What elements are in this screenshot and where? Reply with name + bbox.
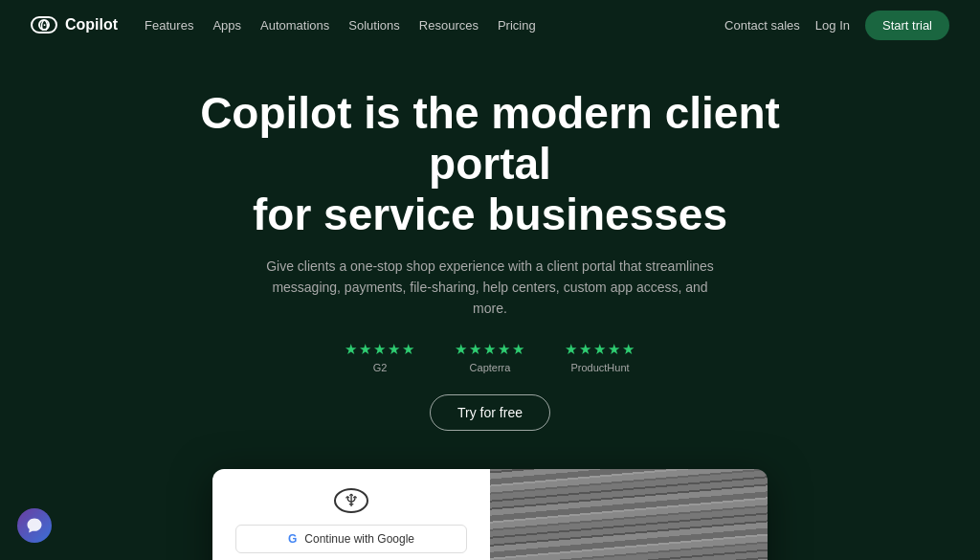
hero-subtext: Give clients a one-stop shop experience … <box>260 256 720 320</box>
login-form: ♆ G Continue with Google OR Email Email … <box>212 469 490 560</box>
rating-producthunt: ★★★★★ ProductHunt <box>565 341 636 373</box>
logo[interactable]: (·) Copilot <box>31 16 118 34</box>
hero-heading: Copilot is the modern client portal for … <box>155 88 825 240</box>
panel-card: ♆ G Continue with Google OR Email Email … <box>212 469 768 560</box>
nav-features[interactable]: Features <box>145 18 193 33</box>
capterra-stars: ★★★★★ <box>455 341 526 358</box>
nav-left: (·) Copilot Features Apps Automations So… <box>31 16 536 34</box>
google-icon: G <box>288 532 297 546</box>
producthunt-label: ProductHunt <box>570 362 629 373</box>
nav-links: Features Apps Automations Solutions Reso… <box>145 16 536 34</box>
google-signin-button[interactable]: G Continue with Google <box>235 525 467 553</box>
rating-capterra: ★★★★★ Capterra <box>455 341 526 373</box>
bottom-panel: ♆ G Continue with Google OR Email Email … <box>0 469 980 560</box>
bottom-left-chat-icon[interactable] <box>17 508 52 543</box>
g2-stars: ★★★★★ <box>345 341 416 358</box>
nav-resources[interactable]: Resources <box>419 18 479 33</box>
hero-section: Copilot is the modern client portal for … <box>0 50 980 459</box>
pencils-image <box>490 469 768 560</box>
producthunt-stars: ★★★★★ <box>565 341 636 358</box>
logo-icon: (·) <box>31 16 57 34</box>
try-free-button[interactable]: Try for free <box>430 394 550 431</box>
logo-text: Copilot <box>65 16 118 34</box>
chat-bubble-icon <box>25 516 44 535</box>
copilot-form-logo: ♆ <box>334 488 368 513</box>
nav-pricing[interactable]: Pricing <box>498 18 536 33</box>
nav-right: Contact sales Log In Start trial <box>724 11 949 40</box>
nav-solutions[interactable]: Solutions <box>348 18 399 33</box>
ratings-row: ★★★★★ G2 ★★★★★ Capterra ★★★★★ ProductHun… <box>19 341 961 373</box>
nav-automations[interactable]: Automations <box>260 18 329 33</box>
contact-sales-link[interactable]: Contact sales <box>724 18 800 33</box>
google-btn-label: Continue with Google <box>304 532 414 546</box>
navbar: (·) Copilot Features Apps Automations So… <box>0 0 980 50</box>
rating-g2: ★★★★★ G2 <box>345 341 416 373</box>
start-trial-button[interactable]: Start trial <box>865 11 949 40</box>
panel-image <box>490 469 768 560</box>
g2-label: G2 <box>373 362 388 373</box>
log-in-link[interactable]: Log In <box>815 18 850 33</box>
nav-apps[interactable]: Apps <box>212 18 241 33</box>
capterra-label: Capterra <box>470 362 511 373</box>
